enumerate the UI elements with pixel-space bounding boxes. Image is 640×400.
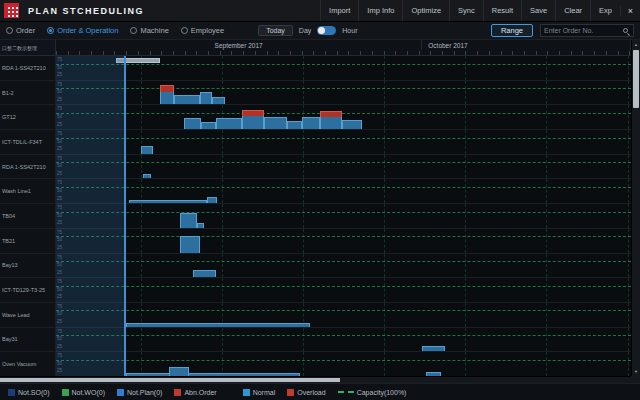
close-icon[interactable]: × (620, 6, 640, 16)
horizontal-scrollbar[interactable] (0, 376, 631, 383)
load-bar[interactable] (180, 213, 197, 228)
load-bar[interactable] (143, 174, 151, 178)
machine-load-plot: 755025 (56, 229, 631, 253)
load-bar[interactable] (207, 197, 217, 204)
load-bar[interactable] (422, 346, 445, 351)
machine-label[interactable]: ICT-TDL/L-F34T (0, 130, 56, 154)
machine-label[interactable]: Bay31 (0, 328, 56, 352)
load-bar[interactable] (201, 122, 216, 129)
day-hour-toggle[interactable] (317, 26, 336, 35)
load-bar[interactable] (216, 118, 241, 129)
load-bar-overload[interactable] (242, 110, 264, 129)
load-bar[interactable] (193, 270, 215, 278)
sync-button[interactable]: Sync (449, 0, 483, 21)
radio-order[interactable]: Order (6, 26, 35, 35)
load-bar[interactable] (180, 236, 200, 252)
machine-label[interactable]: GT12 (0, 105, 56, 129)
week-gridline (384, 254, 385, 278)
load-bar-overload[interactable] (160, 85, 174, 104)
load-bar[interactable] (169, 367, 189, 376)
week-gridline (384, 303, 385, 327)
load-bar[interactable] (212, 97, 225, 104)
exp-button[interactable]: Exp (590, 0, 620, 21)
week-gridline (628, 56, 629, 80)
week-gridline (303, 278, 304, 302)
save-button[interactable]: Save (521, 0, 555, 21)
machine-row: Oven Vacuum755025 (0, 352, 631, 376)
legend-item: Not.WO(0) (62, 389, 105, 396)
week-gridline (384, 56, 385, 80)
week-gridline (546, 81, 547, 105)
topbar: PLAN STCHEDULING ImportImp InfoOptimizeS… (0, 0, 640, 22)
load-bar[interactable] (129, 200, 207, 203)
load-bar[interactable] (197, 223, 204, 228)
week-gridline (465, 303, 466, 327)
machine-label[interactable]: TB04 (0, 204, 56, 228)
month-label: October 2017 (422, 40, 631, 50)
machine-row: Bay31755025 (0, 328, 631, 353)
machine-label[interactable]: RDA 1-SS42T210 (0, 56, 56, 80)
radio-order-operation[interactable]: Order & Operation (47, 26, 118, 35)
machine-label[interactable]: ICT-TD129-T3-25 (0, 278, 56, 302)
capacity-line (56, 261, 631, 262)
horizontal-scroll-thumb[interactable] (0, 378, 340, 382)
machine-label[interactable]: Wash Line1 (0, 179, 56, 203)
load-bar[interactable] (426, 372, 440, 376)
week-gridline (465, 179, 466, 203)
week-gridline (546, 352, 547, 376)
machine-label[interactable]: RDA 1-SS42T210 (0, 155, 56, 179)
week-gridline (628, 278, 629, 302)
clear-button[interactable]: Clear (555, 0, 590, 21)
machine-row: TB21755025 (0, 229, 631, 254)
capacity-line (56, 64, 631, 65)
machine-label[interactable]: TB21 (0, 229, 56, 253)
row-axis-ticks: 755025 (57, 229, 62, 253)
machine-label[interactable]: Bay13 (0, 254, 56, 278)
hour-label: Hour (342, 27, 357, 34)
machine-load-plot: 755025 (56, 56, 631, 80)
search-icon[interactable] (623, 28, 628, 33)
imp-info-button[interactable]: Imp Info (358, 0, 402, 21)
radio-employee[interactable]: Employee (181, 26, 224, 35)
week-gridline (222, 155, 223, 179)
legend-color-icon (62, 389, 69, 396)
load-bar[interactable] (342, 120, 362, 129)
result-button[interactable]: Result (483, 0, 521, 21)
load-bar[interactable] (141, 146, 153, 154)
capacity-line (56, 187, 631, 188)
load-bar[interactable] (264, 117, 287, 129)
vertical-scrollbar[interactable]: ▲ ▼ (631, 40, 640, 376)
load-bar[interactable] (116, 58, 159, 63)
week-gridline (222, 229, 223, 253)
load-bar[interactable] (126, 373, 300, 376)
legend-item: Capacity(100%) (338, 389, 407, 396)
load-bar[interactable] (200, 92, 213, 104)
order-search-input[interactable] (544, 27, 623, 34)
import-button[interactable]: Import (320, 0, 358, 21)
legend-color-icon (287, 389, 294, 396)
week-gridline (384, 155, 385, 179)
machine-label[interactable]: Wave Lead (0, 303, 56, 327)
range-button[interactable]: Range (491, 24, 533, 37)
load-bar-overload[interactable] (320, 111, 342, 129)
machine-label[interactable]: Oven Vacuum (0, 352, 56, 376)
today-button[interactable]: Today (258, 25, 293, 36)
radio-machine[interactable]: Machine (130, 26, 168, 35)
scroll-down-icon[interactable]: ▼ (632, 367, 640, 376)
optimize-button[interactable]: Optimize (402, 0, 449, 21)
load-bar[interactable] (287, 121, 303, 129)
machine-row: RDA 1-SS42T210755025 (0, 155, 631, 180)
machine-label[interactable]: B1-2 (0, 81, 56, 105)
legend-label: Normal (253, 389, 276, 396)
week-gridline (465, 81, 466, 105)
vertical-scroll-thumb[interactable] (633, 50, 639, 108)
week-gridline (628, 130, 629, 154)
load-bar[interactable] (174, 95, 200, 104)
load-bar[interactable] (302, 117, 320, 129)
week-gridline (628, 254, 629, 278)
load-bar[interactable] (184, 118, 202, 129)
week-gridline (546, 254, 547, 278)
week-gridline (465, 105, 466, 129)
load-bar[interactable] (126, 323, 310, 326)
scroll-up-icon[interactable]: ▲ (632, 40, 640, 49)
